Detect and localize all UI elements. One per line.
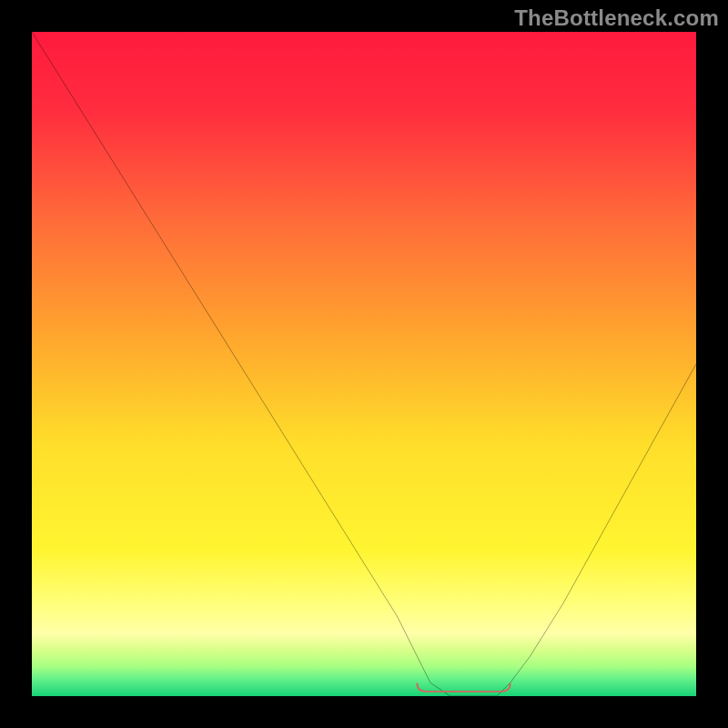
- watermark-text: TheBottleneck.com: [514, 5, 719, 31]
- curve-layer: [32, 32, 696, 696]
- bottleneck-curve: [32, 32, 696, 696]
- plot-area: [32, 32, 696, 696]
- optimal-range-marker: [417, 683, 510, 692]
- chart-frame: TheBottleneck.com: [0, 0, 728, 728]
